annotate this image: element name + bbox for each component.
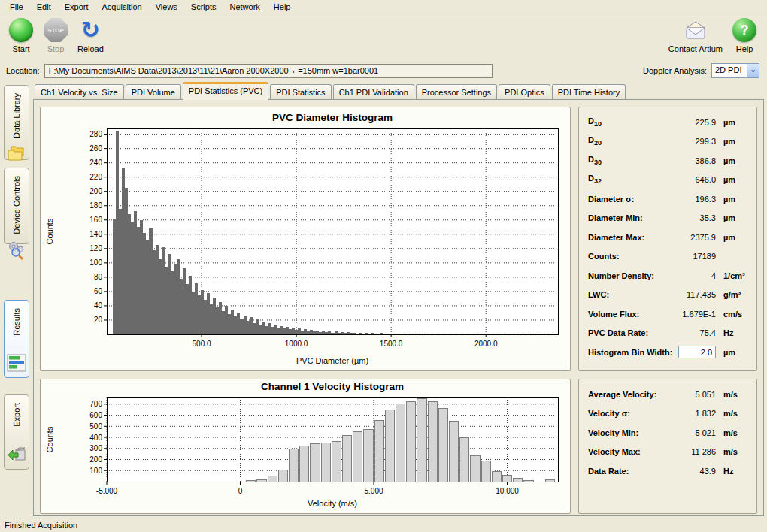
stat-label: Velocity Min:	[588, 428, 671, 437]
sidebar-item-results[interactable]: Results	[4, 300, 29, 378]
svg-text:-5.000: -5.000	[96, 487, 118, 495]
stat-unit: µm	[716, 195, 749, 204]
start-button[interactable]: Start	[6, 17, 36, 55]
menu-item-views[interactable]: Views	[149, 1, 184, 13]
histogram-bin-width-input[interactable]	[678, 346, 716, 358]
stat-label: D30	[588, 155, 671, 166]
svg-text:Channel 1 Velocity Histogram: Channel 1 Velocity Histogram	[261, 381, 404, 392]
stat-row-volume-flux: Volume Flux:1.679E-1cm/s	[588, 307, 749, 321]
chevron-down-icon[interactable]	[747, 64, 759, 77]
stat-unit: cm/s	[716, 310, 749, 319]
svg-text:2000.0: 2000.0	[474, 340, 498, 348]
sidebar-item-device-controls[interactable]: Device Controls	[4, 168, 29, 244]
contact-artium-button[interactable]: Contact Artium	[666, 17, 725, 55]
tab-ch1-velocity-vs-size[interactable]: Ch1 Velocity vs. Size	[35, 84, 124, 99]
menu-item-scripts[interactable]: Scripts	[184, 1, 223, 13]
stat-label: Counts:	[588, 252, 671, 261]
svg-text:20: 20	[94, 316, 103, 324]
menu-item-export[interactable]: Export	[58, 1, 95, 13]
stat-label: Data Rate:	[588, 467, 671, 476]
svg-text:100: 100	[89, 467, 102, 475]
start-label: Start	[12, 44, 29, 53]
stop-button[interactable]: STOP Stop	[41, 17, 71, 55]
svg-text:400: 400	[89, 434, 102, 442]
reload-button[interactable]: Reload	[75, 17, 106, 55]
tab-pdi-statistics-pvc[interactable]: PDI Statistics (PVC)	[183, 82, 268, 100]
stat-label: Diameter Min:	[588, 213, 671, 222]
tab-pdi-volume[interactable]: PDI Volume	[126, 84, 181, 99]
stat-row-d20: D20299.3µm	[588, 135, 749, 149]
stat-unit: m/s	[716, 447, 749, 456]
stat-value: 35.3	[671, 213, 716, 222]
stat-unit: m/s	[716, 409, 749, 418]
svg-text:240: 240	[89, 159, 102, 167]
location-label: Location:	[6, 66, 40, 75]
stat-value: 646.0	[671, 175, 716, 184]
svg-text:40: 40	[94, 301, 103, 310]
svg-text:10.000: 10.000	[496, 487, 519, 495]
svg-text:140: 140	[89, 230, 102, 238]
svg-text:Velocity (m/s): Velocity (m/s)	[308, 499, 357, 508]
stat-row-data-rate: Data Rate:43.9Hz	[588, 464, 749, 478]
contact-artium-label: Contact Artium	[668, 44, 723, 53]
stat-row-diameter-max: Diameter Max:2375.9µm	[588, 230, 749, 244]
stat-label: Diameter Max:	[588, 233, 671, 242]
svg-text:1000.0: 1000.0	[285, 340, 308, 348]
sidebar-item-export[interactable]: Export	[4, 394, 29, 470]
svg-text:Counts: Counts	[45, 218, 54, 244]
tab-processor-settings[interactable]: Processor Settings	[416, 84, 497, 99]
content: Ch1 Velocity vs. SizePDI VolumePDI Stati…	[33, 82, 764, 516]
status-text: Finished Acquisition	[5, 521, 77, 530]
stat-value: 1 832	[671, 409, 716, 418]
stat-row-diameter-min: Diameter Min:35.3µm	[588, 211, 749, 225]
velocity-row: 100200300400500600700-5.00005.00010.000C…	[40, 379, 757, 514]
stat-unit: µm	[716, 233, 749, 242]
stat-value: 43.9	[671, 467, 716, 476]
sidebar-item-data-library[interactable]: Data Library	[4, 85, 29, 160]
stat-value: 2375.9	[671, 233, 716, 242]
stat-row-velocity-min: Velocity Min:-5 021m/s	[588, 425, 749, 440]
help-button[interactable]: Help	[729, 17, 759, 55]
svg-text:PVC Diameter (µm): PVC Diameter (µm)	[296, 356, 368, 365]
menu-item-file[interactable]: File	[3, 1, 30, 13]
menu-item-network[interactable]: Network	[223, 1, 266, 13]
location-input[interactable]	[44, 64, 493, 78]
stat-row-velocity-max: Velocity Max:11 286m/s	[588, 445, 749, 459]
stat-value: 225.9	[671, 118, 716, 127]
help-label: Help	[736, 44, 753, 53]
tab-ch1-pdi-validation[interactable]: Ch1 PDI Validation	[333, 84, 414, 99]
stat-value: 4	[671, 271, 716, 280]
svg-text:500.0: 500.0	[193, 340, 211, 348]
svg-text:0: 0	[238, 487, 243, 495]
pvc-diameter-histogram-svg: 2040608010012014016018020022024026028050…	[41, 107, 570, 369]
main-area: Data LibraryDevice ControlsResultsExport…	[0, 82, 767, 518]
svg-text:200: 200	[89, 187, 102, 195]
velocity-histogram-chart: 100200300400500600700-5.00005.00010.000C…	[40, 379, 571, 514]
stat-unit: 1/cm³	[716, 271, 749, 280]
stat-value: 17189	[671, 252, 716, 261]
stat-row-velocity: Velocity σ:1 832m/s	[588, 407, 749, 421]
doppler-analysis-select[interactable]: 2D PDI	[711, 63, 759, 78]
svg-text:260: 260	[89, 144, 102, 153]
menu-item-edit[interactable]: Edit	[30, 1, 58, 13]
svg-text:1500.0: 1500.0	[380, 340, 403, 348]
diameter-row: 2040608010012014016018020022024026028050…	[40, 107, 757, 371]
tab-pdi-statistics[interactable]: PDI Statistics	[270, 84, 331, 99]
stat-label: D10	[588, 116, 671, 128]
stat-unit: µm	[716, 175, 749, 184]
tab-pdi-time-history[interactable]: PDI Time History	[552, 84, 626, 99]
sidebar-item-label: Export	[12, 403, 21, 427]
sidebar-item-label: Data Library	[12, 93, 21, 138]
tab-pdi-optics[interactable]: PDI Optics	[499, 84, 550, 99]
svg-text:300: 300	[89, 444, 102, 452]
start-icon	[9, 18, 33, 42]
stat-value: 11 286	[671, 447, 716, 456]
toolbar-left: Start STOP Stop Reload	[6, 17, 106, 55]
gears-icon	[7, 240, 26, 260]
reload-label: Reload	[77, 44, 104, 53]
stat-label: Histogram Bin Width:	[588, 348, 678, 357]
diameter-stats-panel: D10225.9µmD20299.3µmD30386.8µmD32646.0µm…	[578, 107, 757, 371]
export-icon	[7, 445, 26, 464]
menu-item-help[interactable]: Help	[267, 1, 298, 13]
menu-item-acquisition[interactable]: Acquisition	[95, 1, 149, 13]
